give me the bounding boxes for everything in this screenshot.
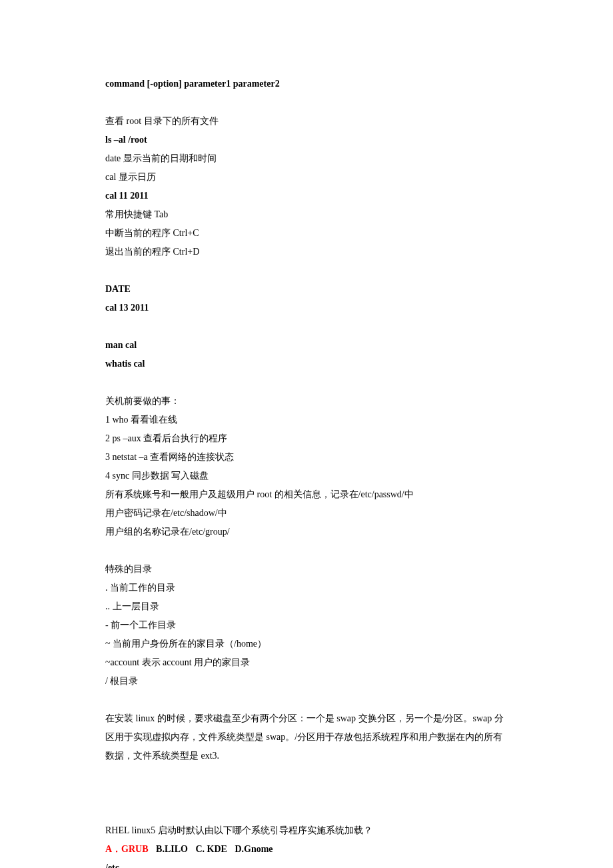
question-line: RHEL linux5 启动时默认由以下哪个系统引导程序实施系统加载？: [105, 821, 508, 840]
text-line: 中断当前的程序 Ctrl+C: [105, 224, 508, 243]
text-line: 特殊的目录: [105, 560, 508, 579]
paragraph: 在安装 linux 的时候，要求磁盘至少有两个分区：一个是 swap 交换分区，…: [105, 709, 508, 765]
text-line: ls –al /root: [105, 131, 508, 149]
text-line: .. 上一层目录: [105, 597, 508, 616]
text-line: man cal: [105, 336, 508, 355]
text-line: /etc: [105, 859, 508, 868]
option-a: A．GRUB: [105, 844, 149, 854]
text-line: cal 11 2011: [105, 187, 508, 205]
text-line: - 前一个工作目录: [105, 616, 508, 635]
text-line: cal 13 2011: [105, 299, 508, 317]
option-d: D.Gnome: [235, 844, 273, 854]
text-line: cal 显示日历: [105, 168, 508, 187]
text-line: whatis cal: [105, 355, 508, 373]
text-line: date 显示当前的日期和时间: [105, 149, 508, 168]
text-line: 查看 root 目录下的所有文件: [105, 112, 508, 131]
document-body: command [-option] parameter1 parameter2 …: [105, 75, 508, 868]
text-line: ~ 当前用户身份所在的家目录（/home）: [105, 635, 508, 653]
text-line: 2 ps –aux 查看后台执行的程序: [105, 429, 508, 448]
option-b: B.LILO: [156, 844, 188, 854]
option-c: C. KDE: [195, 844, 227, 854]
text-line: 常用快捷键 Tab: [105, 205, 508, 224]
text-line: ~account 表示 account 用户的家目录: [105, 653, 508, 672]
options-line: A．GRUB B.LILO C. KDE D.Gnome: [105, 840, 508, 859]
text-line: 所有系统账号和一般用户及超级用户 root 的相关信息，记录在/etc/pass…: [105, 485, 508, 504]
text-line: / 根目录: [105, 672, 508, 691]
text-line: 4 sync 同步数据 写入磁盘: [105, 467, 508, 485]
text-line: DATE: [105, 280, 508, 299]
text-line: . 当前工作的目录: [105, 579, 508, 597]
text-line: 用户组的名称记录在/etc/group/: [105, 523, 508, 541]
command-syntax: command [-option] parameter1 parameter2: [105, 75, 508, 93]
text-line: 退出当前的程序 Ctrl+D: [105, 243, 508, 261]
text-line: 3 netstat –a 查看网络的连接状态: [105, 448, 508, 467]
text-line: 1 who 看看谁在线: [105, 411, 508, 429]
text-line: 用户密码记录在/etc/shadow/中: [105, 504, 508, 523]
text-line: 关机前要做的事：: [105, 392, 508, 411]
